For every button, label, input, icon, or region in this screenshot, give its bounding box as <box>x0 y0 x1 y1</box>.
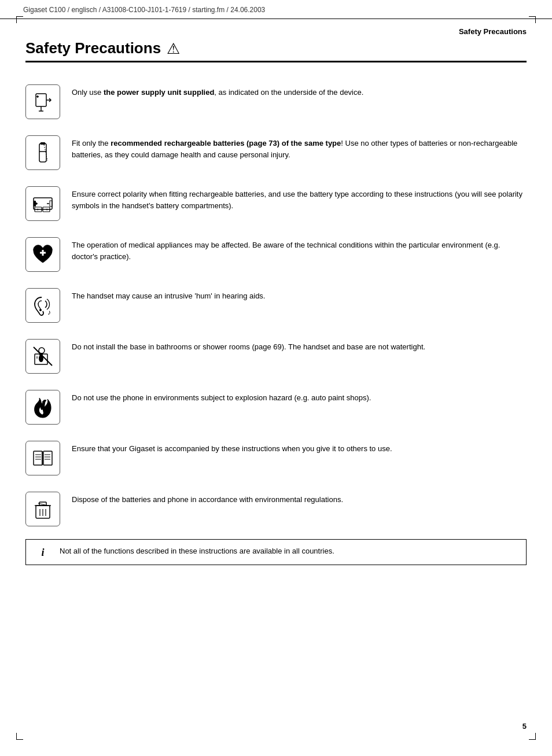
corner-bl <box>16 733 23 740</box>
page-number: 5 <box>522 722 527 731</box>
safety-item-polarity: + + Ensure correct polarity when fitting… <box>25 178 527 229</box>
svg-point-22 <box>39 309 42 311</box>
header-left-text: Gigaset C100 / englisch / A31008-C100-J1… <box>23 6 265 14</box>
svg-rect-7 <box>41 142 45 145</box>
dispose-icon <box>25 492 60 526</box>
bathroom-icon <box>25 339 60 374</box>
explosion-icon <box>25 390 60 425</box>
svg-line-30 <box>34 347 52 366</box>
svg-text:+: + <box>46 208 48 212</box>
safety-item-power-supply: Only use the power supply unit supplied,… <box>25 76 527 127</box>
svg-rect-34 <box>43 451 52 465</box>
main-content: Safety Precautions ⚠ <box>0 39 552 565</box>
safety-text-dispose: Dispose of the batteries and phone in ac… <box>72 492 527 506</box>
info-text: Not all of the functions described in th… <box>60 545 334 557</box>
svg-rect-6 <box>39 143 46 162</box>
svg-text:+: + <box>36 208 39 212</box>
safety-text-bathroom: Do not install the base in bathrooms or … <box>72 339 527 353</box>
section-label: Safety Precautions <box>0 19 552 39</box>
page-wrapper: Gigaset C100 / englisch / A31008-C100-J1… <box>0 0 552 756</box>
battery-icon <box>25 135 60 170</box>
page-heading: Safety Precautions ⚠ <box>25 39 527 62</box>
svg-text:♪: ♪ <box>47 308 51 316</box>
power-supply-icon <box>25 84 60 119</box>
safety-item-instructions: Ensure that your Gigaset is accompanied … <box>25 433 527 484</box>
medical-icon <box>25 237 60 272</box>
safety-text-explosion: Do not use the phone in environments sub… <box>72 390 527 404</box>
safety-item-dispose: Dispose of the batteries and phone in ac… <box>25 484 527 534</box>
safety-text-hearing-aids: The handset may cause an intrusive 'hum'… <box>72 288 527 302</box>
safety-item-batteries: Fit only the recommended rechargeable ba… <box>25 127 527 178</box>
svg-point-32 <box>39 353 43 356</box>
safety-item-hearing-aids: ♪ The handset may cause an intrusive 'hu… <box>25 280 527 331</box>
safety-item-medical: The operation of medical appliances may … <box>25 229 527 280</box>
corner-br <box>529 733 536 740</box>
info-box: i Not all of the functions described in … <box>25 539 527 565</box>
polarity-icon: + + <box>25 186 60 221</box>
safety-text-medical: The operation of medical appliances may … <box>72 237 527 262</box>
safety-item-explosion: Do not use the phone in environments sub… <box>25 382 527 433</box>
safety-text-power-supply: Only use the power supply unit supplied,… <box>72 84 527 98</box>
safety-text-polarity: Ensure correct polarity when fitting rec… <box>72 186 527 211</box>
header-bar: Gigaset C100 / englisch / A31008-C100-J1… <box>0 0 552 19</box>
safety-text-instructions: Ensure that your Gigaset is accompanied … <box>72 441 527 455</box>
warning-triangle-icon: ⚠ <box>167 41 180 56</box>
svg-rect-33 <box>34 451 42 465</box>
info-icon: i <box>34 545 51 559</box>
svg-line-9 <box>44 145 47 161</box>
hearing-aid-icon: ♪ <box>25 288 60 323</box>
safety-text-batteries: Fit only the recommended rechargeable ba… <box>72 135 527 160</box>
safety-item-bathroom: Do not install the base in bathrooms or … <box>25 331 527 382</box>
book-icon <box>25 441 60 475</box>
page-title: Safety Precautions <box>25 39 161 57</box>
safety-items: Only use the power supply unit supplied,… <box>25 76 527 534</box>
